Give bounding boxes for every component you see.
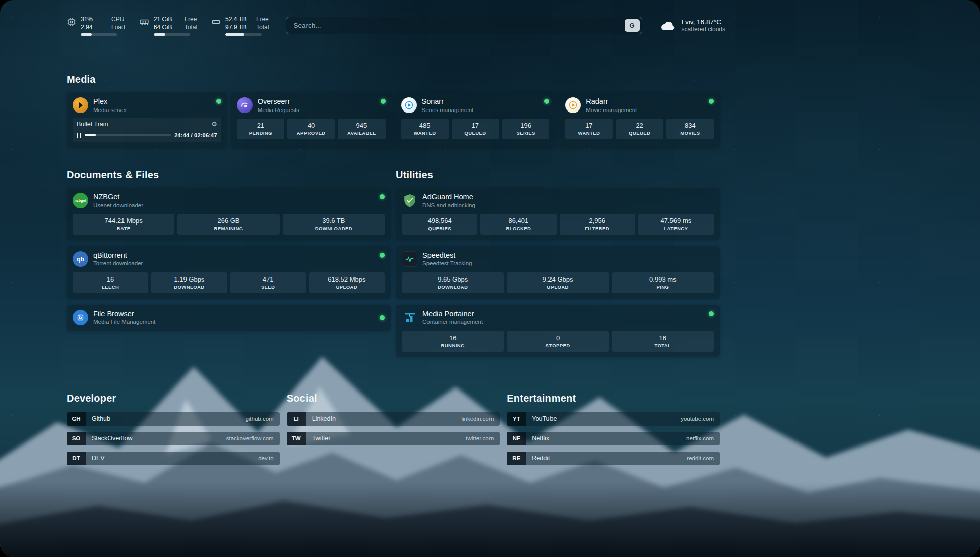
disk-total-label: Total [252, 23, 269, 31]
service-card-filebrowser[interactable]: File Browser Media File Management [67, 305, 391, 331]
bookmark-abbr: NF [507, 432, 526, 445]
stat-label: WANTED [566, 130, 611, 136]
stat-label: RATE [74, 226, 173, 231]
bookmark-name: YouTube [532, 415, 557, 422]
stat-ping: 0.993 ms PING [612, 272, 714, 293]
service-subtitle: Usenet downloader [93, 202, 143, 209]
status-dot [380, 194, 385, 199]
stat-label: SERIES [503, 130, 548, 136]
speedtest-waveform-icon [402, 251, 417, 267]
stat-total: 16 TOTAL [612, 331, 714, 352]
service-title: qBittorrent [93, 251, 143, 260]
stat-value: 1.19 Gbps [152, 275, 226, 283]
disk-total-value: 97.9 TB [225, 23, 248, 31]
bookmark-name: Twitter [312, 435, 331, 442]
qbittorrent-icon: qb [73, 251, 88, 267]
pause-icon[interactable] [77, 133, 81, 138]
stat-label: RUNNING [403, 343, 503, 348]
stat-label: DOWNLOAD [403, 284, 503, 290]
service-subtitle: Media server [93, 107, 127, 114]
stat-label: PENDING [238, 130, 283, 136]
search-input[interactable] [286, 17, 642, 34]
bookmark-dev[interactable]: DT DEV dev.to [67, 452, 280, 465]
stat-wanted: 485 WANTED [401, 119, 449, 139]
memory-resource-widget: 21 GiB Free 64 GiB Total [139, 15, 197, 36]
stat-series: 196 SERIES [502, 119, 549, 139]
disk-icon [211, 17, 221, 27]
radarr-icon [565, 97, 581, 113]
bookmark-url: youtube.com [681, 416, 714, 422]
cpu-resource-widget: 31% CPU 2.94 Load [67, 15, 125, 36]
service-title: Sonarr [422, 97, 474, 106]
bookmark-linkedin[interactable]: LI LinkedIn linkedin.com [287, 412, 500, 426]
service-card-sonarr[interactable]: Sonarr Series management 485 WANTED 17 Q… [395, 92, 556, 148]
stat-value: 834 [667, 122, 713, 129]
now-playing-title: Bullet Train [77, 121, 108, 128]
bookmark-youtube[interactable]: YT YouTube youtube.com [507, 412, 720, 426]
stat-label: DOWNLOAD [152, 284, 226, 290]
stat-value: 22 [617, 122, 662, 129]
service-card-speedtest[interactable]: Speedtest Speedtest Tracking 9.65 Gbps D… [396, 246, 720, 299]
bookmark-url: linkedin.com [461, 416, 494, 422]
bookmark-url: netflix.com [686, 435, 714, 441]
stat-label: DOWNLOADED [284, 226, 384, 231]
stat-label: QUEUED [453, 130, 498, 136]
service-card-qbittorrent[interactable]: qb qBittorrent Torrent downloader 16 LEE… [67, 246, 391, 299]
stat-queries: 498,564 QUERIES [402, 214, 477, 235]
status-dot [380, 315, 385, 320]
stat-queued: 22 QUEUED [616, 119, 663, 139]
service-card-radarr[interactable]: Radarr Movie management 17 WANTED 22 QUE… [559, 92, 720, 148]
stat-available: 945 AVAILABLE [338, 119, 385, 139]
disk-free-value: 52.4 TB [225, 15, 248, 23]
service-card-adguard[interactable]: AdGuard Home DNS and adblocking 498,564 … [396, 188, 720, 240]
stat-label: TOTAL [613, 343, 713, 348]
bookmark-url: dev.to [258, 455, 273, 461]
search-provider-button[interactable]: G [625, 19, 640, 32]
bookmark-abbr: DT [67, 452, 86, 465]
stat-latency: 47.569 ms LATENCY [638, 214, 714, 235]
bookmark-name: StackOverflow [92, 435, 133, 442]
cloud-icon [659, 19, 677, 32]
stat-value: 0.993 ms [613, 275, 713, 283]
status-dot [216, 99, 221, 104]
stat-label: STOPPED [508, 343, 607, 348]
stat-value: 485 [402, 122, 448, 129]
stat-label: PING [613, 284, 713, 290]
bookmark-abbr: YT [507, 412, 526, 426]
stat-label: BLOCKED [481, 226, 555, 231]
section-title-social: Social [287, 393, 500, 404]
widget-settings-gear-icon[interactable]: ⚙ [211, 121, 217, 127]
bookmark-name: DEV [92, 455, 105, 462]
section-title-utilities: Utilities [396, 169, 720, 181]
bookmark-github[interactable]: GH Github github.com [67, 412, 280, 426]
bookmark-name: LinkedIn [312, 415, 336, 422]
service-subtitle: Media Requests [258, 107, 299, 114]
status-dot [709, 99, 714, 104]
status-dot [380, 253, 385, 258]
stat-approved: 40 APPROVED [287, 119, 335, 139]
stat-upload: 618.52 Mbps UPLOAD [309, 272, 385, 293]
stat-label: SEED [231, 284, 305, 290]
stat-download: 1.19 Gbps DOWNLOAD [151, 272, 227, 293]
service-title: AdGuard Home [422, 193, 475, 201]
stat-pending: 21 PENDING [237, 119, 284, 139]
status-dot [709, 311, 714, 316]
stat-label: FILTERED [561, 226, 634, 231]
service-subtitle: Movie management [586, 107, 637, 114]
stat-value: 86,401 [481, 217, 555, 225]
bookmark-stackoverflow[interactable]: SO StackOverflow stackoverflow.com [67, 432, 280, 445]
bookmark-reddit[interactable]: RE Reddit reddit.com [507, 452, 720, 465]
service-card-portainer[interactable]: Media Portainer Container management 16 … [396, 305, 720, 357]
service-subtitle: Series management [422, 107, 474, 114]
entertainment-bookmarks-column: Entertainment YT YouTube youtube.com NF … [507, 393, 720, 471]
playback-progress-bar [85, 134, 171, 136]
bookmark-twitter[interactable]: TW Twitter twitter.com [287, 432, 500, 445]
service-card-overseerr[interactable]: Overseerr Media Requests 21 PENDING 40 A… [231, 92, 392, 148]
service-card-nzbget[interactable]: nzbget NZBGet Usenet downloader 744.21 M… [67, 188, 391, 240]
service-card-plex[interactable]: Plex Media server Bullet Train ⚙ 24:44 /… [67, 92, 227, 148]
stat-blocked: 86,401 BLOCKED [480, 214, 556, 235]
service-subtitle: Torrent downloader [93, 260, 143, 267]
bookmark-netflix[interactable]: NF Netflix netflix.com [507, 432, 720, 445]
bookmark-abbr: TW [287, 432, 306, 445]
stat-value: 16 [613, 334, 713, 342]
